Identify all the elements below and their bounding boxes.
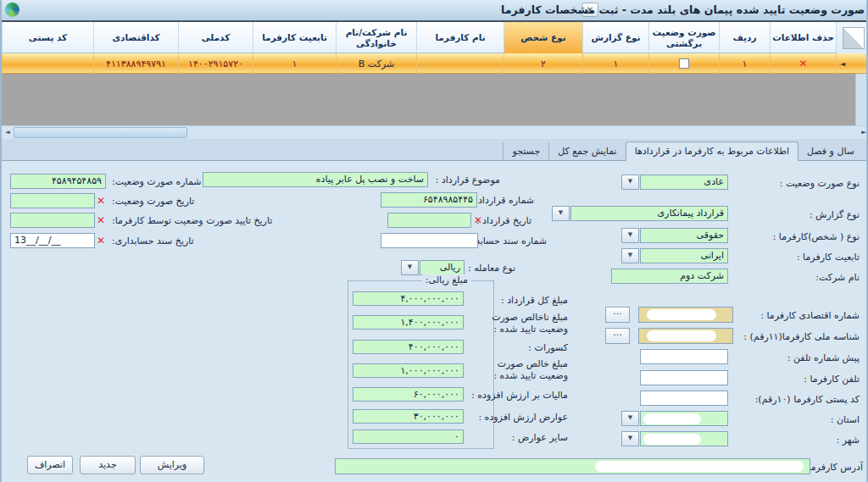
city-dropdown-icon[interactable]: ▼ <box>621 431 639 446</box>
employer-person-type-field[interactable]: حقوقی <box>640 228 728 243</box>
report-type-dropdown-icon[interactable]: ▼ <box>552 206 570 221</box>
accounting-doc-date-field[interactable]: 13__/__/__ <box>10 233 95 248</box>
amount-duty-field[interactable]: ۳۰,۰۰۰,۰۰۰ <box>353 409 464 424</box>
amount-other-label: سایر عوارض : <box>512 432 568 443</box>
deal-type-dropdown-icon[interactable]: ▼ <box>401 260 419 275</box>
accounting-doc-date-required-icon: ✕ <box>97 235 105 246</box>
col-header-report-type[interactable]: نوع گزارش <box>582 22 648 53</box>
employer-nationality-dropdown-icon[interactable]: ▼ <box>621 248 639 263</box>
col-header-person-type[interactable]: نوع شخص <box>504 22 582 53</box>
phone-prefix-field[interactable] <box>640 349 728 364</box>
col-header-row-no[interactable]: ردیف <box>719 22 770 53</box>
amount-vat-label: مالیات بر ارزش افزوده : <box>471 390 568 401</box>
scroll-right-arrow-icon[interactable]: ► <box>858 127 868 138</box>
report-type-field[interactable]: قرارداد پیمانکاری <box>570 206 728 221</box>
col-header-nationality[interactable]: تابعیت کارفرما <box>253 22 336 53</box>
contract-subject-label: موضوع قرارداد : <box>436 175 500 186</box>
grid-horizontal-scrollbar[interactable]: ◄ ► <box>2 125 868 138</box>
contract-date-required-icon: ✕ <box>474 215 482 225</box>
col-header-national-code[interactable]: کدملی <box>178 22 253 53</box>
col-header-employer-name[interactable]: نام کارفرما <box>416 22 504 53</box>
address-redaction <box>595 461 804 472</box>
statement-date-required-icon: ✕ <box>97 196 105 206</box>
deal-type-field[interactable]: ریالی <box>420 260 465 275</box>
row-selector-icon: ◄ <box>837 60 868 68</box>
company-name-label: نام شرکت: <box>815 272 860 283</box>
cell-economic-code: ۴۱۱۳۸۸۹۴۹۷۹۱ <box>93 53 178 74</box>
employer-postal-label: کد پستی کارفرما (۱۰رقم): <box>755 394 860 405</box>
address-label: آدرس کارفرما : <box>802 462 863 473</box>
returned-checkbox[interactable] <box>679 58 689 69</box>
economic-number-more-button[interactable]: ... <box>605 307 630 323</box>
national-id-label: شناسه ملی کارفرما(۱۱رقم) : <box>743 331 860 342</box>
statement-approve-date-field[interactable] <box>10 213 95 228</box>
statement-number-field[interactable]: ۴۵۸۹۴۵۴۸۵۹ <box>10 174 106 189</box>
phone-field[interactable] <box>640 370 728 385</box>
grid-select-all-corner[interactable] <box>836 22 868 53</box>
amount-total-field[interactable]: ۴,۰۰۰,۰۰۰,۰۰۰ <box>353 291 464 306</box>
cell-row-no: ۱ <box>719 53 770 74</box>
statement-date-label: تاریخ صورت وضعیت: <box>112 196 194 207</box>
economic-number-label: شماره اقتصادی کارفرما : <box>760 310 860 321</box>
edit-button[interactable]: ویرایش <box>140 456 204 474</box>
contract-date-field[interactable] <box>387 213 471 228</box>
company-name-field[interactable]: شرکت دوم <box>611 269 728 284</box>
col-header-delete[interactable]: حذف اطلاعات <box>770 22 836 53</box>
employer-person-type-label: نوع ( شخص)کارفرما : <box>773 231 860 242</box>
report-type-label: نوع گزارش : <box>810 209 860 220</box>
amount-other-field[interactable]: ۰ <box>353 429 464 444</box>
application-window: ✕ صورت وضعیت تایید شده پیمان های بلند مد… <box>0 0 868 482</box>
tab-search[interactable]: جستجو <box>503 142 548 160</box>
amount-net-field[interactable]: ۱,۰۰۰,۰۰۰,۰۰۰ <box>353 363 464 378</box>
economic-number-redaction <box>647 309 716 320</box>
cancel-button[interactable]: انصراف <box>27 456 73 474</box>
tab-employer-contracts[interactable]: اطلاعات مربوط به کارفرما در قراردادها <box>626 141 798 161</box>
amount-deductions-label: کسورات : <box>528 342 568 353</box>
city-redaction <box>643 434 701 445</box>
col-header-company-name[interactable]: نام شرکت/نام خانوادگی <box>336 22 416 53</box>
app-logo-icon <box>5 3 19 17</box>
contract-number-field[interactable]: ۶۵۴۸۹۸۵۴۴۵ <box>381 192 477 208</box>
employer-nationality-field[interactable]: ایرانی <box>640 248 728 263</box>
national-id-more-button[interactable]: ... <box>605 328 630 344</box>
province-redaction <box>643 413 701 424</box>
employer-postal-field[interactable] <box>640 391 728 406</box>
amount-deductions-field[interactable]: ۴۰۰,۰۰۰,۰۰۰ <box>353 340 464 354</box>
province-label: استان : <box>831 414 860 425</box>
contract-subject-field[interactable]: ساخت و نصب پل عابر پیاده <box>203 172 428 187</box>
delete-row-icon[interactable]: ✕ <box>798 58 807 69</box>
amount-vat-field[interactable]: ۶۰,۰۰۰,۰۰۰ <box>353 387 464 402</box>
col-header-returned[interactable]: صورت وضعیت برگشتی <box>648 22 719 53</box>
statement-type-dropdown-icon[interactable]: ▼ <box>621 175 639 190</box>
phone-label: تلفن کارفرما : <box>804 374 860 385</box>
corner-triangle-icon <box>843 27 865 49</box>
cell-company-name: شرکت B <box>336 53 416 74</box>
cell-postal-code <box>2 53 93 74</box>
cell-report-type: ۱ <box>582 53 648 74</box>
statement-date-field[interactable] <box>10 193 95 208</box>
scrollbar-thumb[interactable] <box>14 127 187 138</box>
col-header-postal-code[interactable]: کد پستی <box>2 22 93 53</box>
statement-approve-date-required-icon: ✕ <box>97 215 105 225</box>
grid-vertical-scrollbar[interactable] <box>855 74 868 125</box>
amount-net-label: مبلغ خالص صورت وضعیت تایید شده : <box>487 358 568 382</box>
tab-show-total[interactable]: نمایش جمع کل <box>548 142 625 160</box>
col-header-economic-code[interactable]: کداقتصادی <box>93 22 178 53</box>
new-button[interactable]: جدید <box>80 456 136 474</box>
grid-empty-area <box>2 74 868 125</box>
employer-person-type-dropdown-icon[interactable]: ▼ <box>621 228 639 243</box>
cell-nationality: ۱ <box>253 53 336 74</box>
national-id-redaction <box>647 330 716 341</box>
amount-gross-field[interactable]: ۱,۴۰۰,۰۰۰,۰۰۰ <box>353 315 464 330</box>
province-dropdown-icon[interactable]: ▼ <box>621 411 639 426</box>
window-title: صورت وضعیت تایید شده پیمان های بلند مدت … <box>501 3 865 16</box>
scroll-left-arrow-icon[interactable]: ◄ <box>2 127 14 138</box>
statement-number-label: شماره صورت وضعیت: <box>112 176 201 187</box>
employer-form-panel: نوع صورت وضعیت : عادی ▼ نوع گزارش : قرار… <box>2 161 868 482</box>
table-row[interactable]: ◄ ✕ ۱ ۱ ۲ شرکت B ۱ ۱۴۰۰۲۹۱۵۷۲۰ ۴۱۱۳۸۸۹۴۹… <box>2 53 868 74</box>
contract-date-label: تاریخ قرارداد : <box>476 215 531 226</box>
tab-year-season[interactable]: سال و فصل <box>798 142 863 160</box>
statement-type-field[interactable]: عادی <box>640 175 728 190</box>
accounting-doc-number-field[interactable] <box>381 233 478 248</box>
amount-gross-label: مبلغ ناخالص صورت وضعیت تایید شده : <box>487 312 568 335</box>
